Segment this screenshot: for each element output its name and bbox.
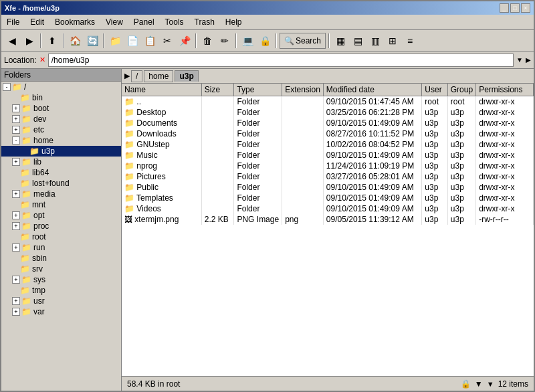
expand-usr[interactable]: + [12, 297, 20, 305]
location-input[interactable] [48, 54, 514, 67]
location-go-button[interactable]: ▶ [526, 56, 531, 64]
sidebar-item-u3p[interactable]: 📁 u3p [1, 146, 121, 157]
breadcrumb-nav-icon[interactable]: ▶ [124, 72, 130, 80]
expand-dev[interactable]: + [12, 115, 20, 123]
file-panel: ▶ / home u3p Name Size Type Extension Mo… [122, 69, 534, 391]
cell-type: Folder [234, 128, 282, 139]
col-header-type[interactable]: Type [234, 84, 282, 96]
new-file-button[interactable]: 📄 [124, 33, 140, 49]
sidebar-item-var[interactable]: + 📁 var [1, 306, 121, 317]
sidebar-item-boot[interactable]: + 📁 boot [1, 103, 121, 114]
expand-home[interactable]: - [12, 136, 20, 144]
copy-button[interactable]: 📋 [142, 33, 158, 49]
table-row[interactable]: 📁 GNUstep Folder 10/02/2016 08:04:52 PM … [122, 139, 534, 150]
sidebar-item-bin[interactable]: 📁 bin [1, 92, 121, 103]
table-row[interactable]: 📁 Pictures Folder 03/27/2016 05:28:01 AM… [122, 171, 534, 182]
cut-button[interactable]: ✂ [159, 33, 175, 49]
menu-help[interactable]: Help [220, 16, 247, 28]
table-row[interactable]: 📁 .. Folder 09/10/2015 01:47:45 AM root … [122, 96, 534, 108]
menu-view[interactable]: View [100, 16, 128, 28]
table-row[interactable]: 📁 Music Folder 09/10/2015 01:49:09 AM u3… [122, 150, 534, 161]
view-icon1[interactable]: ▦ [332, 33, 348, 49]
col-header-group[interactable]: Group [447, 84, 475, 96]
paste-button[interactable]: 📌 [177, 33, 193, 49]
sidebar-item-home[interactable]: - 📁 home [1, 135, 121, 146]
expand-boot[interactable]: + [12, 104, 20, 112]
up-button[interactable]: ⬆ [44, 33, 60, 49]
menu-tools[interactable]: Tools [160, 16, 189, 28]
cell-name: 📁 Downloads [122, 128, 201, 139]
table-row[interactable]: 📁 Desktop Folder 03/25/2016 06:21:28 PM … [122, 107, 534, 118]
expand-etc[interactable]: + [12, 126, 20, 134]
expand-opt[interactable]: + [12, 211, 20, 219]
sidebar-item-tmp[interactable]: 📁 tmp [1, 285, 121, 296]
sidebar-item-lost-found[interactable]: 📁 lost+found [1, 178, 121, 189]
search-button[interactable]: 🔍 Search [280, 33, 326, 49]
table-row[interactable]: 📁 Videos Folder 09/10/2015 01:49:09 AM u… [122, 203, 534, 214]
sidebar-item-run[interactable]: + 📁 run [1, 242, 121, 253]
view-icon4[interactable]: ⊞ [385, 33, 401, 49]
maximize-button[interactable]: □ [510, 3, 520, 13]
col-header-user[interactable]: User [422, 84, 447, 96]
table-row[interactable]: 📁 nprog Folder 11/24/2016 11:09:19 PM u3… [122, 161, 534, 171]
table-row[interactable]: 📁 Documents Folder 09/10/2015 01:49:09 A… [122, 118, 534, 128]
menu-bookmarks[interactable]: Bookmarks [49, 16, 100, 28]
table-row[interactable]: 📁 Templates Folder 09/10/2015 01:49:09 A… [122, 193, 534, 203]
menu-trash[interactable]: Trash [189, 16, 220, 28]
back-button[interactable]: ◀ [4, 33, 20, 49]
expand-sys[interactable]: + [12, 276, 20, 284]
sidebar-item-mnt[interactable]: 📁 mnt [1, 199, 121, 210]
sidebar-item-lib[interactable]: + 📁 lib [1, 157, 121, 167]
view-icon3[interactable]: ▥ [367, 33, 383, 49]
new-folder-button[interactable]: 📁 [107, 33, 123, 49]
menu-file[interactable]: File [1, 16, 25, 28]
sidebar-item-proc[interactable]: + 📁 proc [1, 221, 121, 231]
col-header-permissions[interactable]: Permissions [476, 84, 534, 96]
col-header-size[interactable]: Size [201, 84, 234, 96]
location-dropdown-button[interactable]: ▼ [516, 56, 523, 64]
breadcrumb-root[interactable]: / [131, 70, 142, 82]
col-header-name[interactable]: Name [122, 84, 201, 96]
home-button[interactable]: 🏠 [67, 33, 83, 49]
sidebar-item-etc[interactable]: + 📁 etc [1, 124, 121, 135]
expand-run[interactable]: + [12, 243, 20, 252]
sidebar-item-opt[interactable]: + 📁 opt [1, 210, 121, 221]
rename-button[interactable]: ✏ [217, 33, 233, 49]
table-row[interactable]: 📁 Public Folder 09/10/2015 01:49:09 AM u… [122, 182, 534, 193]
table-row[interactable]: 📁 Downloads Folder 08/27/2016 10:11:52 P… [122, 128, 534, 139]
sidebar-item-sbin[interactable]: 📁 sbin [1, 253, 121, 264]
delete-button[interactable]: 🗑 [199, 33, 215, 49]
expand-media[interactable]: + [12, 190, 20, 198]
expand-lib[interactable]: + [12, 158, 20, 166]
sidebar-item-srv[interactable]: 📁 srv [1, 264, 121, 274]
table-row[interactable]: 🖼 xtermjm.png 2.2 KB PNG Image png 09/05… [122, 214, 534, 225]
close-button[interactable]: × [521, 3, 530, 13]
forward-button[interactable]: ▶ [21, 33, 37, 49]
menu-panel[interactable]: Panel [128, 16, 160, 28]
folder-icon: 📁 [20, 93, 30, 102]
sidebar-item-dev[interactable]: + 📁 dev [1, 114, 121, 124]
sidebar-item-lib64[interactable]: 📁 lib64 [1, 167, 121, 178]
col-header-extension[interactable]: Extension [282, 84, 324, 96]
sidebar-item-root[interactable]: - 📁 / [1, 82, 121, 92]
sidebar-item-media[interactable]: + 📁 media [1, 189, 121, 199]
sidebar-item-sys[interactable]: + 📁 sys [1, 274, 121, 285]
terminal-button[interactable]: 💻 [239, 33, 255, 49]
minimize-button[interactable]: _ [500, 3, 509, 13]
view-icon5[interactable]: ≡ [402, 33, 418, 49]
cell-type: Folder [234, 171, 282, 182]
permissions-button[interactable]: 🔒 [257, 33, 273, 49]
view-icon2[interactable]: ▤ [350, 33, 366, 49]
expand-var[interactable]: + [12, 308, 20, 316]
location-clear-button[interactable]: ✕ [39, 56, 45, 64]
sidebar-item-root-dir[interactable]: 📁 root [1, 231, 121, 242]
breadcrumb-u3p[interactable]: u3p [175, 70, 198, 82]
menu-edit[interactable]: Edit [25, 16, 49, 28]
sidebar-item-usr[interactable]: + 📁 usr [1, 296, 121, 306]
reload-button[interactable]: 🔄 [84, 33, 100, 49]
col-header-date[interactable]: Modified date [323, 84, 421, 96]
cell-group: u3p [447, 182, 475, 193]
expand-proc[interactable]: + [12, 222, 20, 230]
breadcrumb-home[interactable]: home [144, 70, 173, 82]
expand-root[interactable]: - [3, 83, 11, 91]
